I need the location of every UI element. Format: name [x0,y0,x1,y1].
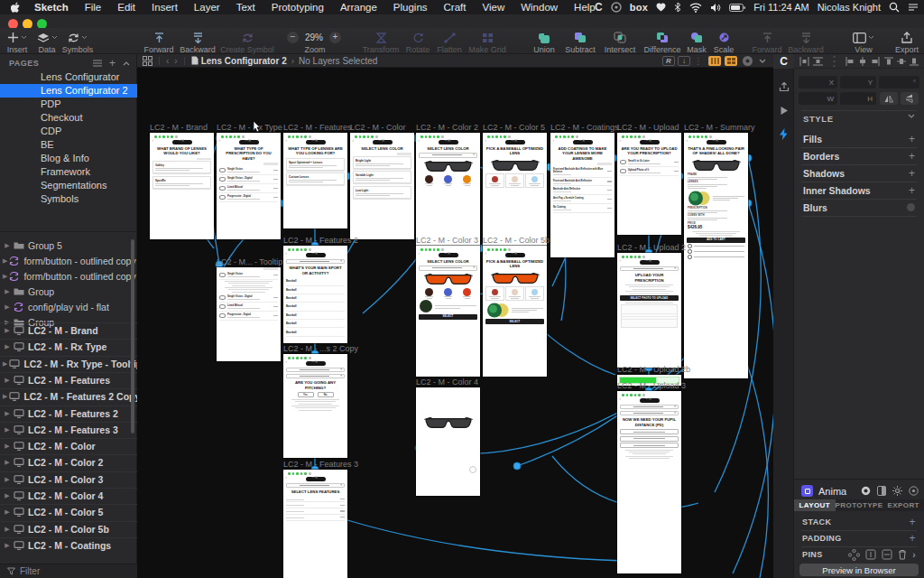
artboard-features2[interactable]: ‹─✕▾WHAT'S YOUR MAIN SPORT OR ACTIVITY?B… [283,246,347,343]
align-left-icon[interactable] [845,57,855,66]
artboard-rxtype[interactable]: ‹─✕WHAT TYPE OF PRESCRIPTION DO YOU HAVE… [217,133,281,239]
layer-row-artboard[interactable]: ▶LC2 - M - Rx Type [0,339,137,354]
menu-item-arrange[interactable]: Arrange [332,2,385,13]
spotlight-search-icon[interactable] [889,2,900,13]
apple-menu-icon[interactable] [0,2,26,14]
menu-item-text[interactable]: Text [228,2,263,13]
align-bottom-icon[interactable] [910,57,919,66]
toolbar-scale-button[interactable]: Scale [711,31,736,54]
anima-panel-icon[interactable] [877,486,886,496]
volume-icon[interactable] [710,2,721,13]
artboard-title-features[interactable]: LC2 - M - Features [283,123,360,132]
notification-center-icon[interactable] [908,2,919,13]
artboard-title-upload3[interactable]: LC2 - M - Upload 3 [617,381,694,390]
forward-arrow-icon[interactable]: › [174,56,177,66]
artboard-title-summary[interactable]: LC2 - M - Summary [684,123,761,132]
blurs-toggle[interactable] [907,203,915,211]
flip-horizontal-button[interactable] [880,92,898,105]
preview-in-browser-button[interactable]: Preview in Browser [799,564,919,576]
add-fills-icon[interactable]: + [909,133,915,145]
artboard-title-features2copy[interactable]: LC2 - M - ...s 2 Copy [283,344,360,353]
pin-mode-badge[interactable]: ↓ [678,56,690,66]
sidebar-page-be[interactable]: BE [0,138,137,152]
toolbar-data-button[interactable]: Data [34,31,60,54]
zoom-out-button[interactable]: − [287,32,299,43]
layer-row-artboard[interactable]: ▶LC2 - M - Features 3 [0,422,137,437]
layers-scrollbar[interactable] [131,239,134,434]
toolbar-subtract-button[interactable]: Subtract [561,31,599,54]
toolbar-make-grid-button[interactable]: Make Grid [466,31,509,54]
toolbar-flatten-button[interactable]: Flatten [433,31,466,54]
toolbar-create-symbol-button[interactable]: Create Symbol [218,31,276,54]
pins-expand-chevron[interactable]: › [912,550,916,560]
resize-mode-badge[interactable]: R [662,56,675,66]
anima-settings-gear-icon[interactable] [892,486,902,496]
anima-row-stack[interactable]: STACK+ [794,514,924,530]
artboard-color2[interactable]: ‹─✕SELECT LENS COLOR▾ [416,133,480,247]
anima-row-padding[interactable]: PADDING+ [794,530,924,546]
layer-row-artboard[interactable]: ▶LC2 - M - Coatings [0,537,137,553]
artboard-color4[interactable] [416,387,480,496]
trash-icon[interactable] [898,549,907,560]
flip-vertical-button[interactable] [901,92,919,105]
layer-row[interactable]: ▶form/button - outlined copy 15 [0,268,137,284]
anima-tab-prototype[interactable]: PROTOTYPE [836,499,883,511]
artboard-brand[interactable]: ‹─✕WHAT BRAND OF LENSES WOULD YOU LIKE?O… [150,133,214,239]
toolbar-transform-button[interactable]: Transform [359,31,402,54]
heart-status-icon[interactable] [656,2,666,13]
artboard-title-brand[interactable]: LC2 - M - Brand [150,123,226,132]
toolbar-mask-button[interactable]: Mask [684,31,709,54]
sidebar-page-blog-info[interactable]: Blog & Info [0,152,137,165]
toolbar-export-button[interactable]: Export [892,31,922,54]
artboard-tooltip[interactable]: Single VisionSingle Vision - DigitalLine… [217,267,281,361]
breadcrumb-page[interactable]: Lens Configurator 2 [201,56,287,66]
pages-list-icon[interactable] [93,60,102,67]
artboard-features3[interactable]: ‹─✕▾SELECT LENS FEATURES [283,470,347,578]
filter-bar[interactable]: Filter [0,564,137,578]
sidebar-page-cdp[interactable]: CDP [0,125,137,138]
artboard-title-upload[interactable]: LC2 - M - Upload [617,123,694,132]
menu-item-sketch[interactable]: Sketch [26,2,77,13]
align-center-h-icon[interactable] [858,57,867,66]
style-collapse-chevron[interactable] [908,114,915,118]
align-top-icon[interactable] [884,57,893,66]
menu-item-edit[interactable]: Edit [109,2,143,13]
add-page-button[interactable]: + [109,57,116,70]
menu-item-layer[interactable]: Layer [186,2,228,13]
layout-grid-icon[interactable] [725,56,737,66]
back-arrow-icon[interactable]: ‹ [166,56,169,66]
artboard-title-color5[interactable]: LC2 - M - Color 5 [483,123,559,132]
craft-sync-icon[interactable] [773,78,794,96]
layer-row[interactable]: ▶form/button - outlined copy 15 [0,253,137,268]
layer-row[interactable]: ▶config/play vid - flat [0,299,137,314]
menu-item-plugins[interactable]: Plugins [385,2,436,13]
inspector-section-borders[interactable]: Borders+ [794,147,924,164]
artboard-title-color2[interactable]: LC2 - M - Color 2 [416,123,493,132]
zoom-in-button[interactable]: + [329,32,341,43]
dial-status-icon[interactable] [611,2,622,13]
artboard-upload3[interactable]: ‹─✕▾▾NOW WE NEED YOUR PUPIL DISTANCE (PD… [617,391,681,573]
layer-row[interactable]: ▶Group [0,284,137,299]
toolbar-backward-button[interactable]: Backward [785,31,827,54]
collapse-pages-icon[interactable] [123,61,130,66]
distribute-vertical-icon[interactable] [813,57,823,66]
sidebar-page-lens-configurator[interactable]: Lens Configurator [0,70,137,84]
toolbar-forward-button[interactable]: Forward [749,31,785,54]
inspector-section-shadows[interactable]: Shadows+ [794,164,924,182]
artboard-title-features3[interactable]: LC2 - M - Features 3 [283,460,360,469]
inspector-section-blurs[interactable]: Blurs [794,199,924,216]
align-middle-v-icon[interactable] [897,57,906,66]
add-borders-icon[interactable]: + [909,150,915,163]
rulers-icon[interactable] [742,55,753,67]
toolbar-view-button[interactable]: View [848,31,879,54]
anima-row-pins[interactable]: PINS› [794,546,924,563]
artboard-title-color3[interactable]: LC2 - M - Color 3 [416,236,493,245]
sidebar-page-checkout[interactable]: Checkout [0,111,137,125]
battery-icon[interactable] [729,2,745,13]
toolbar-rotate-button[interactable]: Rotate [402,31,433,54]
craft-play-icon[interactable] [773,101,794,119]
box-status-icon[interactable]: box [630,2,648,13]
layer-row-artboard[interactable]: ▶LC2 - M - Color 5 [0,504,137,519]
layer-row-artboard[interactable]: ▶LC2 - M - Features 2 Copy [0,388,137,404]
layer-row[interactable]: ▶Group 5 [0,238,137,253]
